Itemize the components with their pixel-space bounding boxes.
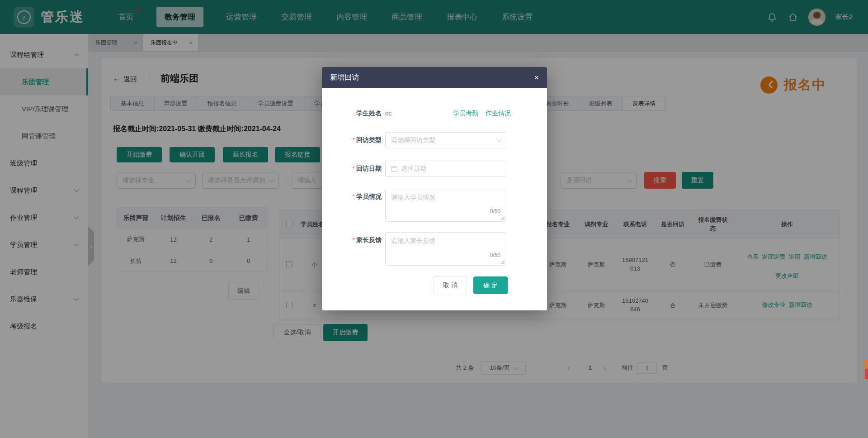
student-name-value: cc [385,110,392,117]
required-asterisk: * [353,236,355,243]
visit-type-label: *回访类型 [338,136,382,144]
required-asterisk: * [353,165,355,172]
cancel-button[interactable]: 取 消 [434,276,467,294]
visit-date-placeholder: 选择日期 [401,165,426,173]
student-name-label: 学生姓名 [338,110,382,118]
calendar-icon [391,166,397,172]
homework-link[interactable]: 作业情况 [486,110,511,118]
scrollbar-mark-orange[interactable] [865,359,868,369]
required-asterisk: * [353,193,355,200]
visit-type-label-text: 回访类型 [356,136,382,143]
confirm-button[interactable]: 确 定 [473,276,508,294]
visit-type-select[interactable]: 请选择回访类型 [385,132,506,148]
add-visit-modal: 新增回访 × 学生姓名 cc 学员考勤 作业情况 *回访类型 请选择回访类型 *… [322,67,547,310]
char-counter: 0/50 [490,207,500,216]
required-asterisk: * [353,136,355,143]
scrollbar-mark-red[interactable] [865,369,868,379]
parent-feedback-textarea[interactable]: 请输入家长反馈 0/50 [385,232,506,266]
char-counter: 0/50 [490,251,500,260]
attendance-link[interactable]: 学员考勤 [453,110,478,118]
visit-type-placeholder: 请选择回访类型 [391,136,435,144]
visit-date-label: *回访日期 [338,165,382,173]
parent-feedback-label: *家长反馈 [338,236,382,244]
parent-feedback-placeholder: 请输入家长反馈 [391,237,435,244]
student-status-placeholder: 请输入学员情况 [391,194,435,201]
app: ♪ 管乐迷 首页 教务管理 运营管理 交易管理 内容管理 商品管理 报表中心 系… [0,0,868,438]
close-icon[interactable]: × [534,74,539,81]
modal-header: 新增回访 × [322,67,547,88]
parent-feedback-label-text: 家长反馈 [356,236,382,243]
student-status-label-text: 学员情况 [356,193,382,200]
resize-handle-icon[interactable] [500,259,505,264]
student-status-textarea[interactable]: 请输入学员情况 0/50 [385,189,506,222]
resize-handle-icon[interactable] [500,215,505,220]
modal-title: 新增回访 [330,73,359,82]
chevron-down-icon [497,137,502,142]
visit-date-input[interactable]: 选择日期 [385,161,506,177]
student-status-label: *学员情况 [338,193,382,201]
visit-date-label-text: 回访日期 [356,165,382,172]
